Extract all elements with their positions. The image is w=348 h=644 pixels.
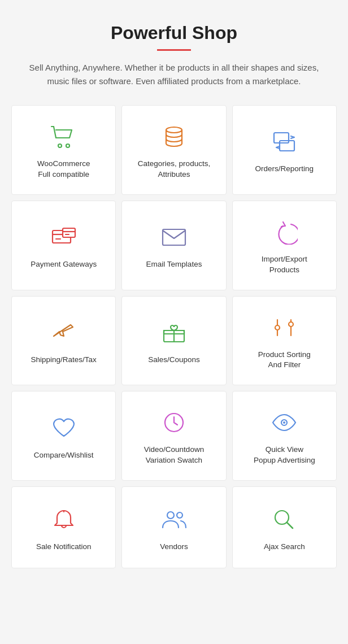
compare-icon xyxy=(47,414,81,442)
svg-point-10 xyxy=(289,322,293,327)
card-sales[interactable]: Sales/Coupons xyxy=(121,296,226,386)
sorting-icon xyxy=(267,314,301,342)
svg-rect-7 xyxy=(163,229,185,245)
title-underline xyxy=(157,49,191,51)
orders-icon xyxy=(267,128,301,156)
email-icon xyxy=(157,223,191,251)
card-woocommerce[interactable]: WooCommerce Full compatible xyxy=(11,105,116,195)
orders-label: Orders/Reporting xyxy=(255,164,314,175)
svg-point-9 xyxy=(275,325,280,330)
video-icon xyxy=(157,408,191,437)
svg-rect-4 xyxy=(280,141,294,151)
card-payment[interactable]: Payment Gateways xyxy=(11,201,116,290)
card-sorting[interactable]: Product Sorting And Filter xyxy=(232,296,337,386)
vendors-label: Vendors xyxy=(160,542,188,552)
svg-point-14 xyxy=(167,512,174,519)
card-orders[interactable]: Orders/Reporting xyxy=(232,105,337,195)
svg-rect-3 xyxy=(274,133,289,143)
compare-label: Compare/Wishlist xyxy=(34,450,94,461)
categories-icon xyxy=(157,123,191,151)
card-categories[interactable]: Categories, products, Attributes xyxy=(121,105,226,195)
sales-icon xyxy=(157,319,191,347)
card-quickview[interactable]: Quick View Popup Advertising xyxy=(232,391,337,481)
card-import[interactable]: Import/Export Products xyxy=(232,201,337,290)
payment-label: Payment Gateways xyxy=(31,259,97,270)
header: Powerful Shop Sell Anything, Anywhere. W… xyxy=(11,23,337,88)
quickview-icon xyxy=(267,408,301,437)
quickview-label: Quick View Popup Advertising xyxy=(254,445,315,466)
svg-point-2 xyxy=(166,127,182,133)
svg-rect-6 xyxy=(63,228,75,237)
ajax-icon xyxy=(267,506,301,534)
payment-icon xyxy=(47,223,81,251)
card-notification[interactable]: Sale Notification xyxy=(11,486,116,568)
svg-point-0 xyxy=(58,144,62,147)
ajax-label: Ajax Search xyxy=(264,542,305,552)
svg-point-13 xyxy=(283,421,285,424)
sales-label: Sales/Coupons xyxy=(148,355,200,365)
import-label: Import/Export Products xyxy=(262,254,307,276)
svg-point-1 xyxy=(66,144,69,147)
card-shipping[interactable]: Shipping/Rates/Tax xyxy=(11,296,116,386)
card-email[interactable]: Email Templates xyxy=(121,201,226,290)
card-video[interactable]: Video/Countdown Variation Swatch xyxy=(121,391,226,481)
categories-label: Categories, products, Attributes xyxy=(138,159,210,180)
notification-icon xyxy=(47,506,81,534)
sorting-label: Product Sorting And Filter xyxy=(258,350,311,371)
woocommerce-label: WooCommerce Full compatible xyxy=(37,159,90,180)
features-grid: WooCommerce Full compatible Categories, … xyxy=(11,105,337,568)
card-compare[interactable]: Compare/Wishlist xyxy=(11,391,116,481)
svg-point-15 xyxy=(177,512,182,518)
card-vendors[interactable]: Vendors xyxy=(121,486,226,568)
page-wrapper: Powerful Shop Sell Anything, Anywhere. W… xyxy=(0,0,348,591)
shipping-icon xyxy=(47,319,81,347)
notification-label: Sale Notification xyxy=(36,542,92,552)
card-ajax[interactable]: Ajax Search xyxy=(232,486,337,568)
shipping-label: Shipping/Rates/Tax xyxy=(31,355,97,365)
vendors-icon xyxy=(157,506,191,534)
subtitle: Sell Anything, Anywhere. Whether it be p… xyxy=(27,61,321,88)
page-title: Powerful Shop xyxy=(11,23,337,43)
video-label: Video/Countdown Variation Swatch xyxy=(144,445,204,466)
import-icon xyxy=(267,218,301,246)
woocommerce-icon xyxy=(47,123,81,151)
email-label: Email Templates xyxy=(146,259,202,270)
